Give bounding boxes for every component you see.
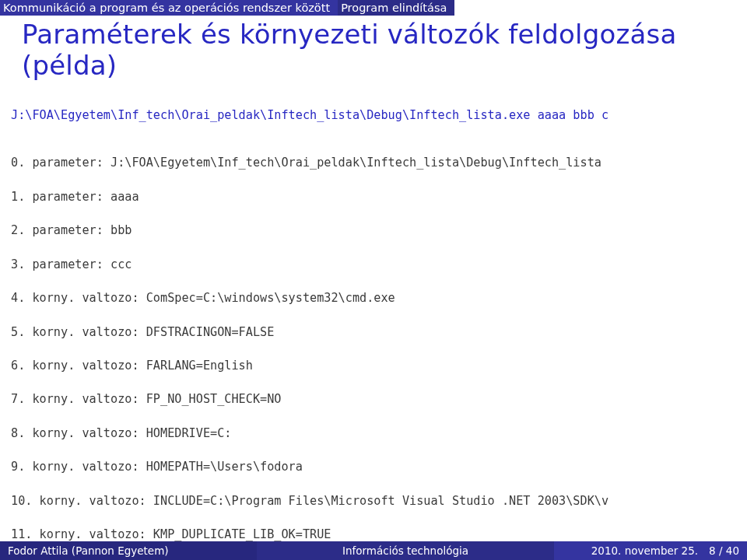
output-line: 0. parameter: J:\FOA\Egyetem\Inf_tech\Or… xyxy=(11,155,747,172)
tab-section: Kommunikáció a program és az operációs r… xyxy=(0,0,338,16)
footer: Fodor Attila (Pannon Egyetem) Információ… xyxy=(0,541,747,560)
output-line: 1. parameter: aaaa xyxy=(11,189,747,206)
output-line: 3. parameter: ccc xyxy=(11,257,747,274)
output-line: 8. korny. valtozo: HOMEDRIVE=C: xyxy=(11,425,747,443)
footer-title: Információs technológia xyxy=(257,541,554,560)
output-line: 2. parameter: bbb xyxy=(11,222,747,240)
slide-body: J:\FOA\Egyetem\Inf_tech\Orai_peldak\Inft… xyxy=(0,90,747,560)
footer-author: Fodor Attila (Pannon Egyetem) xyxy=(0,541,257,560)
output-line: 5. korny. valtozo: DFSTRACINGON=FALSE xyxy=(11,324,747,341)
output-line: 4. korny. valtozo: ComSpec=C:\windows\sy… xyxy=(11,290,747,307)
footer-date: 2010. november 25. xyxy=(591,544,698,557)
section-tabs: Kommunikáció a program és az operációs r… xyxy=(0,0,747,16)
tab-subsection: Program elindítása xyxy=(338,0,454,16)
footer-date-page: 2010. november 25. 8 / 40 xyxy=(554,541,747,560)
command-line: J:\FOA\Egyetem\Inf_tech\Orai_peldak\Inft… xyxy=(11,107,747,124)
output-line: 10. korny. valtozo: INCLUDE=C:\Program F… xyxy=(11,493,747,510)
footer-page: 8 / 40 xyxy=(698,544,739,557)
slide-title: Paraméterek és környezeti változók feldo… xyxy=(0,16,747,90)
output-line: 6. korny. valtozo: FARLANG=English xyxy=(11,358,747,375)
output-line: 9. korny. valtozo: HOMEPATH=\Users\fodor… xyxy=(11,459,747,476)
slide: Kommunikáció a program és az operációs r… xyxy=(0,0,747,560)
output-line: 7. korny. valtozo: FP_NO_HOST_CHECK=NO xyxy=(11,391,747,408)
